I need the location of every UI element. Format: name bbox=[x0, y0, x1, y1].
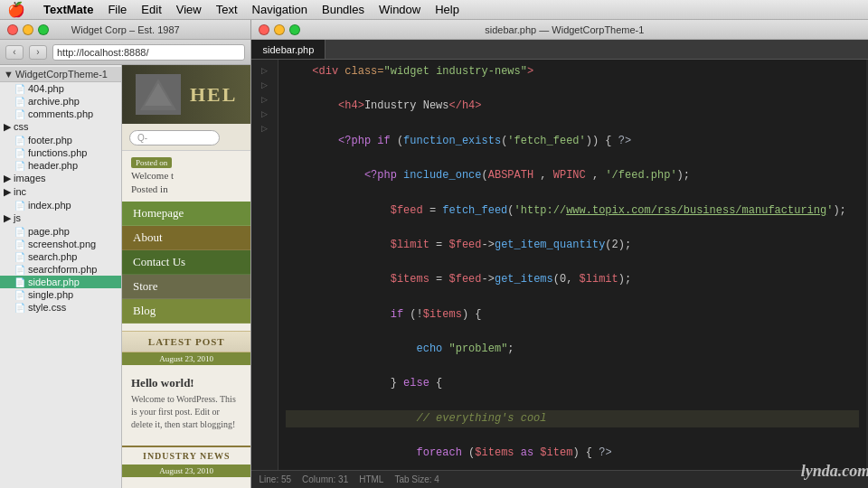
site-nav-search bbox=[122, 124, 250, 151]
menu-navigation[interactable]: Navigation bbox=[252, 3, 307, 16]
nav-store[interactable]: Store bbox=[122, 275, 250, 299]
post-area: Hello world! Welcome to WordPress. This … bbox=[122, 365, 250, 438]
menu-window[interactable]: Window bbox=[379, 3, 420, 16]
editor-body: ▷ ▷ ▷ ▷ ▷ <div class="widget industry-ne… bbox=[251, 60, 868, 470]
file-item[interactable]: 📄404.php bbox=[0, 82, 121, 95]
editor-statusbar: Line: 55 Column: 31 HTML Tab Size: 4 bbox=[251, 470, 868, 488]
editor-area: sidebar.php — WidgetCorpTheme-1 sidebar.… bbox=[251, 20, 868, 488]
status-tabsize: Tab Size: 4 bbox=[394, 474, 439, 484]
website-preview: HEL Posted on Welcome t Posted in Homepa… bbox=[122, 65, 250, 488]
folder-item[interactable]: ▶ js bbox=[0, 211, 121, 225]
file-item[interactable]: 📄footer.php bbox=[0, 134, 121, 146]
editor-title: sidebar.php — WidgetCorpTheme-1 bbox=[485, 24, 644, 35]
industry-title: INDUSTRY NEWS bbox=[122, 447, 250, 465]
tab-sidebar-php[interactable]: sidebar.php bbox=[251, 40, 326, 59]
file-item[interactable]: 📄screenshot.png bbox=[0, 238, 121, 250]
fold-arrow[interactable]: ▷ bbox=[259, 108, 271, 120]
menubar: 🍎 TextMate File Edit View Text Navigatio… bbox=[0, 0, 868, 20]
editor-window-controls bbox=[259, 24, 300, 35]
latest-post-title: LATEST POST bbox=[122, 331, 250, 352]
file-item[interactable]: 📄functions.php bbox=[0, 146, 121, 159]
file-item-sidebar[interactable]: 📄sidebar.php bbox=[0, 276, 121, 288]
nav-contact[interactable]: Contact Us bbox=[122, 250, 250, 275]
site-search-input[interactable] bbox=[129, 130, 220, 145]
menu-help[interactable]: Help bbox=[435, 3, 459, 16]
editor-close-button[interactable] bbox=[259, 24, 269, 35]
fold-arrow[interactable]: ▷ bbox=[259, 64, 271, 77]
maximize-button[interactable] bbox=[38, 24, 49, 35]
folder-item[interactable]: ▶ inc bbox=[0, 185, 121, 199]
url-bar[interactable] bbox=[52, 44, 245, 61]
nav-blog[interactable]: Blog bbox=[122, 299, 250, 324]
apple-menu[interactable]: 🍎 bbox=[7, 1, 25, 18]
posted-in: Posted in bbox=[131, 183, 241, 194]
industry-section: INDUSTRY NEWS August 23, 2010 bbox=[122, 446, 250, 477]
welcome-text: Welcome t bbox=[131, 170, 241, 181]
status-col: Column: 31 bbox=[302, 474, 348, 484]
site-header: HEL bbox=[122, 65, 250, 124]
code-editor[interactable]: <div class="widget industry-news"> <h4>I… bbox=[278, 60, 866, 470]
status-syntax[interactable]: HTML bbox=[359, 474, 383, 484]
app-name[interactable]: TextMate bbox=[43, 3, 93, 16]
nav-about[interactable]: About bbox=[122, 226, 250, 250]
file-item[interactable]: 📄archive.php bbox=[0, 95, 121, 108]
browser-content-area: ▼ WidgetCorpTheme-1 📄404.php 📄archive.ph… bbox=[0, 65, 250, 488]
close-button[interactable] bbox=[7, 24, 18, 35]
window-controls bbox=[7, 24, 49, 35]
file-item[interactable]: 📄searchform.php bbox=[0, 263, 121, 276]
editor-titlebar: sidebar.php — WidgetCorpTheme-1 bbox=[251, 20, 868, 40]
editor-maximize-button[interactable] bbox=[289, 24, 300, 35]
browser-window: Widget Corp – Est. 1987 ‹ › ▼ WidgetCorp… bbox=[0, 20, 251, 488]
folder-item[interactable]: ▶ css bbox=[0, 120, 121, 134]
back-button[interactable]: ‹ bbox=[5, 45, 24, 60]
site-nav: Homepage About Contact Us Store Blog bbox=[122, 202, 250, 324]
post-title: Hello world! bbox=[131, 376, 241, 390]
browser-toolbar: ‹ › bbox=[0, 40, 250, 65]
editor-gutter: ▷ ▷ ▷ ▷ ▷ bbox=[251, 60, 278, 470]
fold-arrow[interactable]: ▷ bbox=[259, 122, 271, 135]
menu-text[interactable]: Text bbox=[216, 3, 238, 16]
industry-date: August 23, 2010 bbox=[122, 465, 250, 477]
menu-edit[interactable]: Edit bbox=[141, 3, 161, 16]
editor-minimize-button[interactable] bbox=[274, 24, 285, 35]
site-title: HEL bbox=[190, 83, 237, 107]
folder-item[interactable]: ▶ images bbox=[0, 172, 121, 185]
lynda-watermark: lynda.com bbox=[801, 462, 868, 481]
file-item[interactable]: 📄comments.php bbox=[0, 108, 121, 120]
posted-section: Posted on Welcome t Posted in bbox=[122, 151, 250, 202]
file-item[interactable]: 📄header.php bbox=[0, 159, 121, 172]
menu-bundles[interactable]: Bundles bbox=[322, 3, 364, 16]
latest-date: August 23, 2010 bbox=[122, 352, 250, 365]
fold-arrow[interactable]: ▷ bbox=[259, 79, 271, 91]
site-logo bbox=[136, 74, 181, 115]
nav-homepage[interactable]: Homepage bbox=[122, 202, 250, 226]
site-title-area: HEL bbox=[190, 83, 237, 107]
status-line: Line: 55 bbox=[259, 474, 291, 484]
file-item[interactable]: 📄search.php bbox=[0, 250, 121, 263]
file-item[interactable]: 📄style.css bbox=[0, 301, 121, 314]
file-item[interactable]: 📄single.php bbox=[0, 288, 121, 301]
minimize-button[interactable] bbox=[23, 24, 33, 35]
post-date-badge: Posted on bbox=[131, 157, 172, 168]
file-item[interactable]: 📄page.php bbox=[0, 225, 121, 238]
fold-arrow[interactable]: ▷ bbox=[259, 93, 271, 106]
forward-button[interactable]: › bbox=[29, 45, 47, 60]
file-tree-header: ▼ WidgetCorpTheme-1 bbox=[0, 67, 121, 82]
post-content: Welcome to WordPress. This is your first… bbox=[131, 393, 241, 431]
file-item[interactable]: 📄index.php bbox=[0, 199, 121, 211]
editor-tabs-bar: sidebar.php bbox=[251, 40, 868, 60]
browser-title: Widget Corp – Est. 1987 bbox=[71, 24, 180, 35]
file-tree-root: WidgetCorpTheme-1 bbox=[15, 69, 108, 80]
menu-view[interactable]: View bbox=[176, 3, 202, 16]
file-tree: ▼ WidgetCorpTheme-1 📄404.php 📄archive.ph… bbox=[0, 65, 122, 488]
post-meta: Posted on bbox=[131, 158, 241, 167]
browser-titlebar: Widget Corp – Est. 1987 bbox=[0, 20, 250, 40]
menu-file[interactable]: File bbox=[108, 3, 127, 16]
